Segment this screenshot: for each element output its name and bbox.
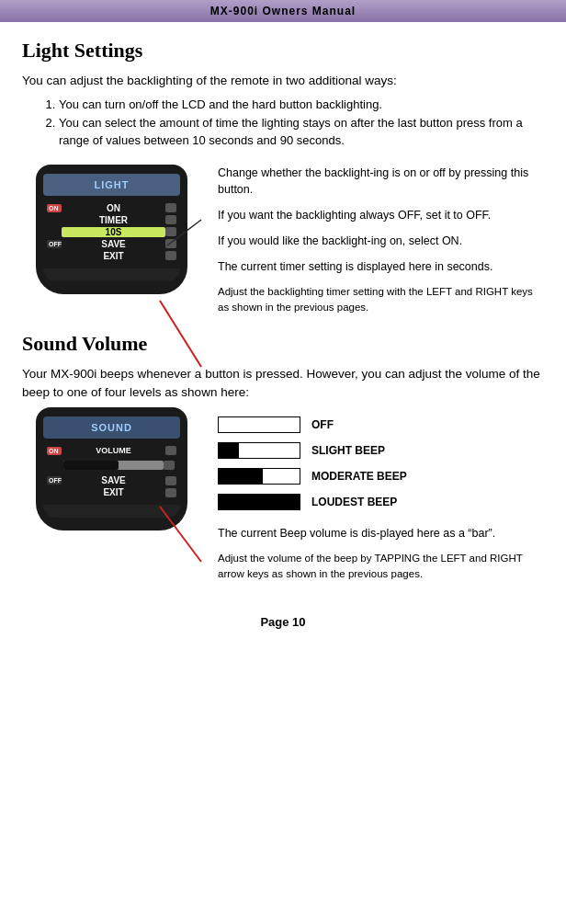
light-remote-device: LIGHT ON ON TIMER 10S — [36, 165, 187, 294]
light-menu-10s: 10S — [62, 227, 165, 237]
light-btn-right-1 — [165, 203, 176, 212]
volume-bar-off — [218, 416, 300, 433]
sound-menu-row-volume: ON VOLUME — [43, 446, 180, 455]
volume-fill-moderate — [219, 469, 263, 484]
light-intro-list: You can turn on/off the LCD and the hard… — [59, 96, 544, 150]
volume-label-off: OFF — [311, 418, 334, 431]
light-menu-row-on: ON ON — [43, 203, 180, 213]
volume-indicators: OFF SLIGHT BEEP MODERATE BEEP — [218, 416, 544, 510]
light-screen-label: LIGHT — [43, 179, 180, 190]
light-annotation-2: If you want the backlighting always OFF,… — [218, 207, 544, 223]
light-remote-container: LIGHT ON ON TIMER 10S — [22, 165, 201, 294]
light-menu-row-exit: EXIT — [43, 251, 180, 261]
light-list-item-1: You can turn on/off the LCD and the hard… — [59, 96, 544, 114]
sound-annotation-2: Adjust the volume of the beep by TAPPING… — [218, 551, 544, 581]
sound-volume-bar — [63, 461, 164, 470]
sound-intro-text: Your MX-900i beeps whenever a button is … — [22, 365, 544, 403]
page-number: Page 10 — [260, 615, 305, 629]
light-btn-right-3 — [165, 227, 176, 236]
sound-menu-volume: VOLUME — [62, 446, 165, 455]
light-menu-exit: EXIT — [62, 251, 165, 261]
sound-menu-row-exit: EXIT — [43, 487, 180, 497]
light-btn-right-2 — [165, 215, 176, 224]
light-annotation-5: Adjust the backlighting timer setting wi… — [218, 284, 544, 314]
light-remote-bottom — [43, 268, 180, 281]
sound-btn-right-save — [165, 476, 176, 485]
volume-row-moderate: MODERATE BEEP — [218, 468, 544, 485]
volume-row-slight: SLIGHT BEEP — [218, 442, 544, 459]
volume-bar-moderate — [218, 468, 300, 485]
page-header: MX-900i Owners Manual — [0, 0, 566, 22]
light-annotation-4: The current timer setting is displayed h… — [218, 258, 544, 275]
on-side-label: ON — [47, 204, 62, 212]
sound-remote-container: SOUND ON VOLUME OFF — [22, 407, 201, 530]
sound-bar-fill — [63, 461, 119, 470]
light-remote-screen: LIGHT — [43, 174, 180, 196]
light-list-item-2: You can select the amount of time the li… — [59, 114, 544, 150]
volume-bar-loudest — [218, 494, 300, 510]
sound-btn-right-vol — [165, 446, 176, 455]
volume-label-slight: SLIGHT BEEP — [311, 444, 385, 457]
off-side-label: OFF — [47, 240, 62, 248]
light-menu-save: SAVE — [62, 239, 165, 249]
light-menu-row-10s: 10S — [43, 227, 180, 237]
light-btn-right-4 — [165, 239, 176, 248]
light-section-row: LIGHT ON ON TIMER 10S — [22, 165, 544, 315]
light-menu-row-timer: TIMER — [43, 215, 180, 225]
sound-off-label: OFF — [47, 476, 62, 485]
light-annotations: Change whether the backlight-ing is on o… — [218, 165, 544, 315]
light-menu-timer: TIMER — [62, 215, 165, 225]
sound-annotations: The current Beep volume is dis-played he… — [218, 525, 544, 581]
sound-screen-label: SOUND — [43, 422, 180, 433]
light-settings-title: Light Settings — [22, 39, 544, 63]
sound-btn-right-bar — [164, 461, 175, 470]
page-footer: Page 10 — [0, 604, 566, 636]
light-menu-row-off: OFF SAVE — [43, 239, 180, 249]
sound-volume-title: Sound Volume — [22, 332, 544, 356]
light-btn-right-5 — [165, 251, 176, 260]
sound-remote-screen: SOUND — [43, 416, 180, 439]
sound-remote-device: SOUND ON VOLUME OFF — [36, 407, 187, 530]
content-area: Light Settings You can adjust the backli… — [0, 22, 566, 604]
sound-menu-save: SAVE — [62, 475, 165, 485]
sound-annotation-1: The current Beep volume is dis-played he… — [218, 525, 544, 542]
header-title: MX-900i Owners Manual — [210, 5, 356, 17]
sound-remote-bottom — [43, 505, 180, 518]
volume-label-moderate: MODERATE BEEP — [311, 470, 407, 483]
light-intro-text: You can adjust the backlighting of the r… — [22, 72, 544, 90]
volume-bar-slight — [218, 442, 300, 459]
volume-row-off: OFF — [218, 416, 544, 433]
volume-fill-slight — [219, 443, 239, 458]
volume-label-loudest: LOUDEST BEEP — [311, 496, 397, 508]
sound-menu-row-off: OFF SAVE — [43, 475, 180, 485]
light-menu-on: ON — [62, 203, 165, 213]
sound-section-row: SOUND ON VOLUME OFF — [22, 407, 544, 581]
sound-bar-row — [43, 459, 180, 472]
volume-row-loudest: LOUDEST BEEP — [218, 494, 544, 510]
light-annotation-1: Change whether the backlight-ing is on o… — [218, 165, 544, 198]
light-annotation-3: If you would like the backlight-ing on, … — [218, 233, 544, 249]
sound-on-label: ON — [47, 447, 62, 455]
sound-btn-right-exit — [165, 488, 176, 497]
volume-fill-loudest — [219, 495, 300, 509]
sound-right-col: OFF SLIGHT BEEP MODERATE BEEP — [218, 407, 544, 581]
sound-menu-exit: EXIT — [62, 487, 165, 497]
